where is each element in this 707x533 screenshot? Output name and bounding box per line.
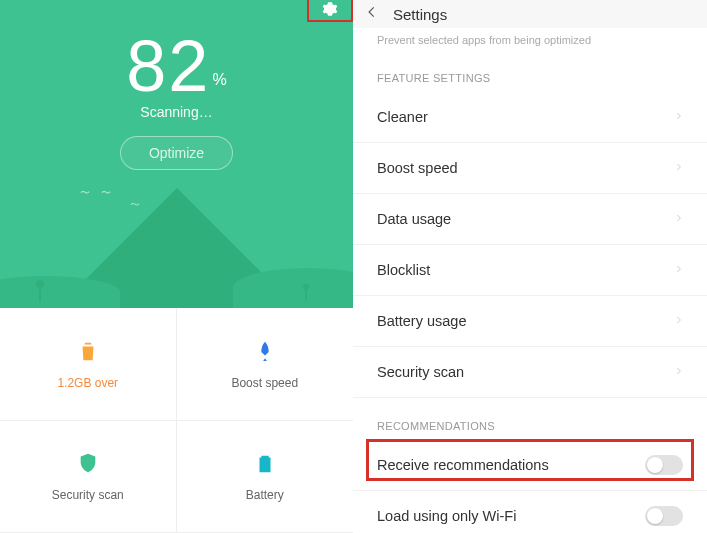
- row-label: Receive recommendations: [377, 457, 549, 473]
- hero-panel: 82% Scanning… Optimize 〜 〜 〜: [0, 0, 353, 308]
- tile-label: Security scan: [52, 488, 124, 502]
- row-load-wifi-only[interactable]: Load using only Wi-Fi: [353, 491, 707, 533]
- chevron-right-icon: [674, 211, 683, 228]
- battery-icon: [254, 450, 276, 476]
- row-security-scan[interactable]: Security scan: [353, 347, 707, 398]
- settings-screen: Settings Prevent selected apps from bein…: [353, 0, 707, 533]
- score-value: 82: [126, 30, 210, 102]
- gear-icon[interactable]: [322, 1, 338, 17]
- tile-battery[interactable]: Battery: [177, 421, 354, 534]
- row-boost-speed[interactable]: Boost speed: [353, 143, 707, 194]
- tile-security-scan[interactable]: Security scan: [0, 421, 177, 534]
- section-header-feature: FEATURE SETTINGS: [353, 50, 707, 92]
- prev-item-description: Prevent selected apps from being optimiz…: [353, 28, 707, 50]
- row-label: Boost speed: [377, 160, 458, 176]
- toggle-load-wifi-only[interactable]: [645, 506, 683, 526]
- optimize-button[interactable]: Optimize: [120, 136, 233, 170]
- status-text: Scanning…: [0, 104, 353, 120]
- row-battery-usage[interactable]: Battery usage: [353, 296, 707, 347]
- chevron-right-icon: [674, 109, 683, 126]
- feature-grid: 1.2GB over Boost speed Security scan Bat…: [0, 308, 353, 533]
- chevron-right-icon: [674, 313, 683, 330]
- security-app-screen: 82% Scanning… Optimize 〜 〜 〜 1.2GB over: [0, 0, 353, 533]
- decor-hill: [233, 268, 353, 308]
- decor-birds: 〜 〜: [80, 186, 115, 200]
- row-label: Cleaner: [377, 109, 428, 125]
- back-icon[interactable]: [365, 5, 379, 23]
- row-receive-recommendations[interactable]: Receive recommendations: [353, 440, 707, 491]
- tile-boost[interactable]: Boost speed: [177, 308, 354, 421]
- row-data-usage[interactable]: Data usage: [353, 194, 707, 245]
- chevron-right-icon: [674, 160, 683, 177]
- tile-label: Boost speed: [231, 376, 298, 390]
- toggle-receive-recommendations[interactable]: [645, 455, 683, 475]
- row-blocklist[interactable]: Blocklist: [353, 245, 707, 296]
- trash-icon: [77, 338, 99, 364]
- tile-label: Battery: [246, 488, 284, 502]
- settings-topbar: Settings: [353, 0, 707, 28]
- chevron-right-icon: [674, 364, 683, 381]
- row-label: Security scan: [377, 364, 464, 380]
- decor-tree: [36, 280, 44, 288]
- chevron-right-icon: [674, 262, 683, 279]
- row-cleaner[interactable]: Cleaner: [353, 92, 707, 143]
- shield-icon: [77, 450, 99, 476]
- page-title: Settings: [393, 6, 447, 23]
- tile-label: 1.2GB over: [57, 376, 118, 390]
- decor-birds: 〜: [130, 198, 144, 212]
- row-label: Battery usage: [377, 313, 466, 329]
- settings-entry-highlight: [307, 0, 353, 22]
- tile-cleaner[interactable]: 1.2GB over: [0, 308, 177, 421]
- decor-tree: [303, 284, 309, 290]
- rocket-icon: [254, 338, 276, 364]
- row-label: Data usage: [377, 211, 451, 227]
- section-header-recommendations: RECOMMENDATIONS: [353, 398, 707, 440]
- score-unit: %: [212, 71, 226, 88]
- row-label: Load using only Wi-Fi: [377, 508, 516, 524]
- decor-hill: [0, 276, 120, 308]
- row-label: Blocklist: [377, 262, 430, 278]
